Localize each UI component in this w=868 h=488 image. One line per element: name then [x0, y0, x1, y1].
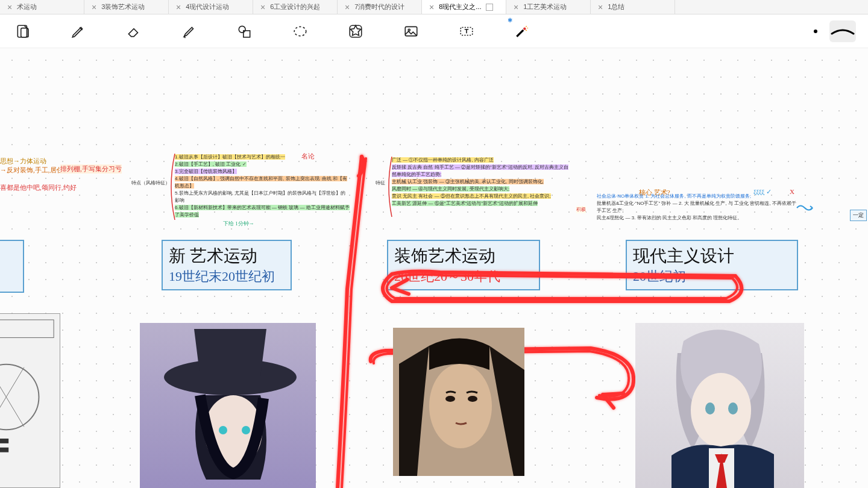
tab-label: 4现代设计运动 [186, 2, 229, 11]
svg-point-19 [429, 364, 492, 448]
hand-note: 核心 艺术? [639, 188, 670, 197]
text-tool-icon[interactable] [456, 20, 477, 42]
svg-rect-11 [0, 320, 54, 338]
note-box-fragment[interactable]: 动 [0, 240, 24, 293]
close-icon[interactable]: × [260, 2, 265, 12]
tab-4[interactable]: ×7消费时代的设计 [338, 0, 422, 14]
tab-1[interactable]: ×3装饰艺术运动 [84, 0, 169, 14]
hand-note: 喜都是他中吧,颂同行,约好 [0, 183, 77, 192]
sticker-tool-icon[interactable] [345, 20, 366, 42]
svg-rect-5 [350, 25, 362, 37]
shapes-tool-icon[interactable] [234, 20, 256, 42]
svg-point-9 [523, 27, 526, 30]
hand-note: →反对装饰,手工,居住 [0, 166, 63, 175]
split-icon[interactable] [486, 4, 493, 11]
lasso-tool-icon[interactable] [289, 20, 311, 42]
svg-point-20 [445, 396, 455, 402]
tab-label: 术运动 [17, 2, 37, 11]
close-icon[interactable]: × [92, 2, 96, 12]
tab-3[interactable]: ×6工业设计的兴起 [253, 0, 338, 14]
pen-tool-icon[interactable] [68, 20, 89, 42]
hand-note: 思想→力体运动 [0, 157, 46, 166]
canvas[interactable]: 思想→力体运动 →反对装饰,手工,居住 排列棚,手写集分习亏 喜都是他中吧,颂同… [0, 48, 868, 488]
tab-bar: ×术运动 ×3装饰艺术运动 ×4现代设计运动 ×6工业设计的兴起 ×7消费时代的… [0, 0, 868, 14]
tab-label: 3装饰艺术运动 [101, 2, 145, 11]
toolbar: ✱ [0, 14, 868, 48]
eraser-tool-icon[interactable] [123, 20, 145, 42]
laser-tool-icon[interactable]: ✱ [511, 20, 533, 42]
svg-rect-12 [0, 439, 8, 443]
hand-note: 名论 [301, 152, 315, 161]
note-subtitle: 19世纪末20世纪初 [169, 267, 285, 286]
note-title: 动 [0, 241, 23, 271]
svg-point-10 [0, 364, 39, 430]
note-box-3[interactable]: 现代主义设计 20世纪初 [626, 240, 798, 290]
small-note-box[interactable]: 一定 [850, 210, 867, 221]
note-subtitle: 20世纪初 [633, 267, 791, 286]
mind-block-1: 1.破旧从事【后设计】破旧【技术与艺术】的相统一 2.破旧【手工艺】, 破旧 工… [175, 154, 350, 219]
svg-point-23 [705, 402, 715, 414]
page-tool-icon[interactable] [12, 20, 34, 42]
image-photo [393, 328, 524, 476]
note-title: 新 艺术运动 [169, 245, 285, 267]
tab-label: 1总结 [608, 2, 624, 11]
close-icon[interactable]: × [429, 2, 434, 12]
dot-indicator[interactable] [814, 30, 817, 33]
tab-6[interactable]: ×1工艺美术运动 [506, 0, 591, 14]
close-icon[interactable]: × [7, 2, 12, 12]
tab-2[interactable]: ×4现代设计运动 [169, 0, 253, 14]
mind-label: 特点（风格特征） [131, 180, 170, 187]
tab-label: 1工艺美术运动 [523, 2, 567, 11]
tab-label: 7消费时代的设计 [354, 2, 404, 11]
mind-block-2: 广泛 — ①不仅指一种单纯的设计风格, 内容广泛 反矫揉 反古典 自然 纯手工艺… [392, 157, 573, 207]
image-tool-icon[interactable] [400, 20, 422, 42]
bluetooth-icon: ✱ [508, 17, 512, 23]
tab-label: 8现代主义之... [439, 2, 481, 11]
svg-point-24 [728, 402, 738, 414]
close-icon[interactable]: × [345, 2, 350, 12]
note-box-2[interactable]: 装饰艺术运动 20世纪20～30年代 [387, 240, 540, 290]
image-card-fragment [0, 313, 60, 488]
image-anime-1 [140, 323, 316, 488]
highlighter-tool-icon[interactable] [178, 20, 200, 42]
close-icon[interactable]: × [598, 2, 603, 12]
mind-block-3: 社会总体·NO单体权贵 1. 为社会总体服务, 而不再是单纯为权贵阶级服务; 批… [597, 193, 802, 222]
tab-7[interactable]: ×1总结 [591, 0, 675, 14]
svg-point-4 [294, 27, 306, 36]
close-icon[interactable]: × [176, 2, 181, 12]
tab-5[interactable]: ×8现代主义之... [422, 0, 506, 14]
svg-rect-13 [0, 448, 8, 452]
hand-squiggle: ξξξξ ✓ [753, 188, 772, 196]
hand-note: 排列棚,手写集分习亏 [60, 164, 122, 174]
note-title: 装饰艺术运动 [394, 245, 533, 267]
hand-mark: X [790, 188, 794, 195]
note-subtitle: 20世纪20～30年代 [394, 267, 533, 286]
mind-label: 积极 [576, 206, 586, 213]
image-anime-2 [635, 323, 804, 488]
svg-point-2 [239, 26, 245, 33]
stroke-preview[interactable] [829, 20, 856, 42]
svg-point-17 [242, 426, 250, 434]
svg-point-16 [219, 426, 227, 434]
note-title: 现代主义设计 [633, 245, 791, 267]
svg-point-21 [468, 396, 477, 402]
note-box-1[interactable]: 新 艺术运动 19世纪末20世纪初 [162, 240, 292, 290]
mind-label: 特征 [376, 180, 385, 187]
svg-point-22 [691, 373, 751, 448]
tab-label: 6工业设计的兴起 [270, 2, 320, 11]
tab-0[interactable]: ×术运动 [0, 0, 84, 14]
close-icon[interactable]: × [514, 2, 518, 12]
hand-note: 下给 1分钟→ [223, 220, 254, 228]
